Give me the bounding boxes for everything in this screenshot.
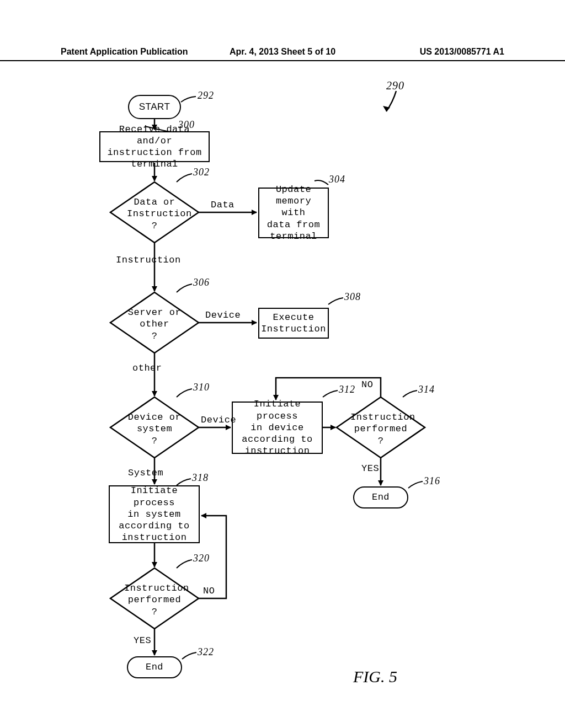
ref-306: 306 [193, 277, 210, 288]
flowchart-canvas: START Receive data and/orinstruction fro… [0, 88, 565, 695]
decision-310-label: Device orsystem? [124, 411, 185, 447]
flowchart-lines [0, 88, 565, 695]
ref-318: 318 [192, 472, 209, 484]
process-318: Initiate processin systemaccording toins… [109, 485, 200, 543]
process-304: Updatememory withdata fromterminal [258, 188, 329, 238]
ref-304: 304 [329, 174, 345, 185]
decision-302-label: Data orInstruction? [127, 196, 182, 232]
edge-label-320-yes: YES [134, 635, 151, 646]
ref-312: 312 [339, 384, 355, 395]
decision-306-label: Server orother? [124, 307, 185, 342]
ref-300: 300 [178, 119, 195, 131]
process-312: Initiate processin deviceaccording toins… [232, 402, 323, 454]
edge-label-314-yes: YES [361, 463, 379, 474]
header-center: Apr. 4, 2013 Sheet 5 of 10 [209, 47, 356, 57]
page-header: Patent Application Publication Apr. 4, 2… [0, 47, 565, 61]
edge-label-data: Data [211, 200, 234, 210]
edge-label-314-no: NO [361, 379, 373, 390]
ref-322: 322 [198, 646, 214, 658]
ref-314: 314 [418, 384, 435, 395]
edge-label-other: other [132, 363, 162, 373]
header-right: US 2013/0085771 A1 [356, 47, 504, 57]
ref-320: 320 [193, 553, 210, 564]
figure-caption: FIG. 5 [353, 667, 397, 686]
terminator-end-316: End [353, 486, 408, 508]
ref-292: 292 [198, 90, 214, 101]
header-left: Patent Application Publication [61, 47, 209, 57]
ref-290: 290 [386, 79, 404, 92]
edge-label-320-no: NO [203, 586, 215, 596]
edge-label-device-306: Device [205, 310, 241, 320]
ref-308: 308 [344, 291, 361, 303]
process-308: ExecuteInstruction [258, 308, 329, 339]
ref-316: 316 [424, 475, 440, 487]
decision-320-label: Instructionperformed? [124, 582, 185, 618]
page: Patent Application Publication Apr. 4, 2… [0, 0, 565, 728]
decision-314-label: Instructionperformed? [350, 411, 411, 447]
edge-label-instruction: Instruction [116, 255, 181, 265]
ref-302: 302 [193, 167, 210, 178]
edge-label-device-310: Device [201, 415, 236, 425]
ref-310: 310 [193, 382, 210, 393]
terminator-start: START [128, 95, 181, 119]
process-300: Receive data and/orinstruction from term… [99, 131, 210, 162]
terminator-end-322: End [127, 656, 182, 678]
edge-label-system: System [128, 468, 163, 478]
